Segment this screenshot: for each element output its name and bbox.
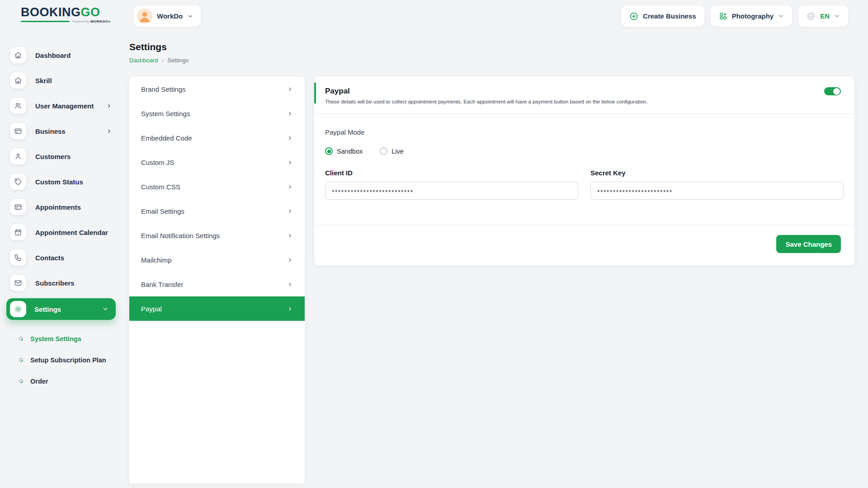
sidebar-item-subscribers[interactable]: Subscribers bbox=[0, 270, 121, 296]
settings-nav-label: Paypal bbox=[141, 305, 162, 313]
app-root: BOOKINGGO Powered By WORKDO● WorkDo Crea… bbox=[0, 0, 868, 488]
settings-nav-label: Mailchimp bbox=[141, 256, 172, 264]
settings-nav-label: Bank Transfer bbox=[141, 281, 183, 288]
chevron-down-icon bbox=[102, 306, 108, 312]
create-business-button[interactable]: Create Business bbox=[621, 5, 704, 27]
users-icon bbox=[10, 98, 26, 114]
user-icon bbox=[10, 148, 26, 164]
sidebar-item-contacts[interactable]: Contacts bbox=[0, 245, 121, 270]
paypal-mode-options: Sandbox Live bbox=[325, 147, 844, 155]
settings-nav-mailchimp[interactable]: Mailchimp bbox=[129, 248, 305, 272]
settings-nav-panel: Brand Settings System Settings Embedded … bbox=[129, 77, 305, 483]
sidebar-item-label: Skrill bbox=[35, 77, 52, 84]
sidebar-item-label: Business bbox=[35, 127, 66, 135]
brand-subline: Powered By WORKDO● bbox=[21, 19, 98, 23]
chevron-down-icon bbox=[187, 13, 193, 19]
sidebar-settings-submenu: System Settings Setup Subscription Plan … bbox=[0, 321, 121, 392]
bullet-icon bbox=[18, 378, 24, 384]
settings-nav-email-notification-settings[interactable]: Email Notification Settings bbox=[129, 223, 305, 248]
bullet-icon bbox=[18, 336, 24, 342]
toggle-knob bbox=[833, 88, 840, 95]
home-icon bbox=[10, 47, 26, 63]
chevron-right-icon bbox=[287, 306, 293, 312]
sidebar-subitem-system-settings[interactable]: System Settings bbox=[19, 328, 121, 349]
settings-nav-brand-settings[interactable]: Brand Settings bbox=[129, 77, 305, 101]
chevron-down-icon bbox=[834, 13, 840, 19]
language-dropdown[interactable]: EN bbox=[798, 5, 848, 27]
secret-key-field-group: Secret Key bbox=[590, 169, 844, 200]
home-icon bbox=[10, 72, 26, 89]
chevron-right-icon bbox=[106, 128, 112, 134]
settings-nav-label: System Settings bbox=[141, 110, 190, 117]
client-id-label: Client ID bbox=[325, 169, 578, 177]
sidebar-item-label: Contacts bbox=[35, 254, 64, 262]
breadcrumb-dashboard-link[interactable]: Dashboard bbox=[129, 57, 158, 64]
settings-content: Brand Settings System Settings Embedded … bbox=[129, 77, 868, 483]
save-changes-button[interactable]: Save Changes bbox=[776, 235, 841, 253]
plus-circle-icon bbox=[629, 12, 638, 21]
mail-icon bbox=[10, 275, 26, 291]
header-accent-bar bbox=[314, 83, 316, 103]
radio-selected-icon[interactable] bbox=[325, 147, 333, 155]
chevron-right-icon bbox=[287, 160, 293, 165]
settings-nav-custom-js[interactable]: Custom JS bbox=[129, 150, 305, 174]
settings-nav-label: Embedded Code bbox=[141, 134, 192, 142]
paypal-settings-card: Paypal These details will be used to col… bbox=[314, 77, 854, 265]
sidebar-item-skrill[interactable]: Skrill bbox=[0, 68, 121, 93]
sidebar-item-label: Appointments bbox=[35, 203, 81, 211]
chevron-right-icon bbox=[287, 257, 293, 263]
top-bar: BOOKINGGO Powered By WORKDO● WorkDo Crea… bbox=[0, 0, 868, 33]
settings-nav-system-settings[interactable]: System Settings bbox=[129, 101, 305, 126]
sidebar-item-appointment-calendar[interactable]: Appointment Calendar bbox=[0, 220, 121, 245]
brand-primary-text: BOOKING bbox=[21, 5, 81, 19]
sidebar-item-custom-status[interactable]: Custom Status bbox=[0, 169, 121, 194]
brand-logo[interactable]: BOOKINGGO Powered By WORKDO● bbox=[21, 6, 98, 23]
radio-unselected-icon[interactable] bbox=[380, 147, 387, 155]
secret-key-input[interactable] bbox=[590, 182, 844, 200]
settings-nav-email-settings[interactable]: Email Settings bbox=[129, 199, 305, 223]
client-id-field-group: Client ID bbox=[325, 169, 578, 200]
breadcrumb: Dashboard › Settings bbox=[129, 56, 868, 64]
sidebar-subitem-setup-subscription-plan[interactable]: Setup Subscription Plan bbox=[19, 349, 121, 371]
chevron-down-icon bbox=[778, 13, 784, 19]
secret-key-label: Secret Key bbox=[590, 169, 844, 177]
settings-nav-bank-transfer[interactable]: Bank Transfer bbox=[129, 272, 305, 296]
grid-plus-icon bbox=[719, 12, 727, 20]
settings-nav-embedded-code[interactable]: Embedded Code bbox=[129, 126, 305, 150]
chevron-right-icon bbox=[287, 86, 293, 92]
sidebar-item-label: Custom Status bbox=[35, 178, 83, 186]
sidebar-item-label: User Management bbox=[35, 102, 94, 110]
paypal-enabled-toggle[interactable] bbox=[824, 87, 841, 95]
sidebar-item-label: Appointment Calendar bbox=[35, 229, 108, 236]
settings-nav-paypal[interactable]: Paypal bbox=[129, 296, 305, 321]
chevron-right-icon bbox=[287, 184, 293, 190]
paypal-card-header: Paypal These details will be used to col… bbox=[314, 77, 854, 114]
workspace-switcher[interactable]: WorkDo bbox=[134, 5, 201, 27]
calendar-icon bbox=[10, 224, 26, 240]
sidebar-item-dashboard[interactable]: Dashboard bbox=[0, 42, 121, 68]
radio-option-sandbox[interactable]: Sandbox bbox=[325, 147, 363, 155]
sidebar: Dashboard Skrill User Management Busines… bbox=[0, 33, 121, 488]
sidebar-item-label: Dashboard bbox=[35, 52, 71, 59]
sidebar-item-settings[interactable]: Settings bbox=[6, 298, 116, 320]
client-id-input[interactable] bbox=[325, 182, 578, 200]
top-bar-actions: Create Business Photography EN bbox=[621, 5, 848, 27]
sidebar-subitem-order[interactable]: Order bbox=[19, 371, 121, 392]
radio-option-live[interactable]: Live bbox=[380, 147, 404, 155]
business-type-dropdown[interactable]: Photography bbox=[711, 5, 793, 27]
settings-nav-custom-css[interactable]: Custom CSS bbox=[129, 174, 305, 199]
settings-nav-label: Custom CSS bbox=[141, 183, 180, 191]
sidebar-subitem-label: Order bbox=[30, 378, 48, 385]
credit-card-icon bbox=[10, 123, 26, 139]
business-type-label: Photography bbox=[732, 12, 774, 20]
chevron-right-icon bbox=[287, 135, 293, 141]
sidebar-item-user-management[interactable]: User Management bbox=[0, 93, 121, 118]
sidebar-item-customers[interactable]: Customers bbox=[0, 144, 121, 169]
settings-nav-label: Brand Settings bbox=[141, 85, 185, 93]
sidebar-item-business[interactable]: Business bbox=[0, 118, 121, 144]
chevron-right-icon bbox=[287, 233, 293, 239]
paypal-mode-label: Paypal Mode bbox=[325, 128, 844, 136]
sidebar-item-appointments[interactable]: Appointments bbox=[0, 194, 121, 220]
sidebar-item-label: Settings bbox=[34, 305, 61, 313]
globe-icon bbox=[807, 12, 816, 21]
